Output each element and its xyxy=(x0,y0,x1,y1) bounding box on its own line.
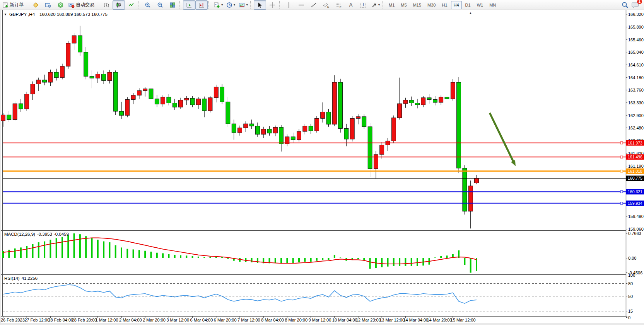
hline-handle[interactable] xyxy=(620,142,623,144)
candlestick-mode-button[interactable] xyxy=(113,0,125,10)
hline-price-label: 161.973 xyxy=(628,141,642,145)
candle-body xyxy=(380,145,384,155)
candle-body xyxy=(398,104,402,118)
text-label-tool-button[interactable]: T xyxy=(357,0,369,10)
main-toolbar: 新订单 自动交易 ▾ ▾ ▾ E F A T ▾ M1M5M15M30H1H4D… xyxy=(0,0,644,10)
hline-handle[interactable] xyxy=(620,170,623,172)
timeframe-button-h1[interactable]: H1 xyxy=(439,1,450,9)
candle-body xyxy=(208,98,212,111)
arrows-dropdown-caret-icon[interactable]: ▾ xyxy=(378,3,380,7)
macd-histogram-bar xyxy=(310,258,312,262)
text-tool-button[interactable]: A xyxy=(345,0,357,10)
equidistant-channel-tool-button[interactable]: E xyxy=(320,0,332,10)
candle-body xyxy=(43,80,47,82)
hline-handle[interactable] xyxy=(620,202,623,204)
candle-body xyxy=(179,100,183,107)
tile-windows-button[interactable] xyxy=(166,0,179,10)
macd-histogram-bar xyxy=(162,253,164,258)
timeframe-button-m15[interactable]: M15 xyxy=(410,1,424,9)
timeframe-button-h4[interactable]: H4 xyxy=(451,1,462,9)
candle-body xyxy=(297,131,301,140)
candle-body xyxy=(356,117,360,119)
candle-body xyxy=(13,104,17,119)
periods-dropdown-caret-icon[interactable]: ▾ xyxy=(234,3,236,7)
timeframe-button-d1[interactable]: D1 xyxy=(463,1,473,9)
candle-body xyxy=(415,103,420,105)
candle-body xyxy=(184,98,189,100)
price-tick-label: 163.330 xyxy=(628,100,644,105)
timeframe-button-m1[interactable]: M1 xyxy=(386,1,397,9)
timeframe-button-m5[interactable]: M5 xyxy=(398,1,409,9)
line-chart-mode-button[interactable] xyxy=(125,0,137,10)
price-tick-label: 165.890 xyxy=(628,25,644,29)
macd-histogram-bar xyxy=(304,258,306,262)
rsi-scale-label: 0 xyxy=(628,315,630,320)
macd-histogram-bar xyxy=(174,255,176,258)
macd-histogram-bar xyxy=(405,258,406,266)
notifications-button[interactable]: 1 xyxy=(632,2,639,9)
navigator-button[interactable] xyxy=(54,0,67,10)
date-tick-label: 2 Mar 20:00 xyxy=(143,318,166,322)
trendline-tool-button[interactable] xyxy=(307,0,320,10)
market-watch-button[interactable] xyxy=(29,0,42,10)
autotrading-button[interactable]: 自动交易 xyxy=(67,0,96,10)
chart-background xyxy=(1,10,644,323)
candle-body xyxy=(72,36,76,43)
search-icon[interactable] xyxy=(622,2,629,9)
candle-body xyxy=(84,52,88,77)
indicators-dropdown-caret-icon[interactable]: ▾ xyxy=(221,3,223,7)
macd-histogram-bar xyxy=(257,258,258,263)
date-tick-label: 27 Feb 12:00 xyxy=(24,318,50,322)
new-order-button[interactable]: 新订单 xyxy=(1,0,25,10)
candle-body xyxy=(54,72,58,78)
hline-handle[interactable] xyxy=(620,156,623,158)
svg-text:E: E xyxy=(327,5,329,8)
market-watch-icon xyxy=(32,2,39,8)
rsi-scale-label: 100 xyxy=(628,273,635,277)
macd-histogram-bar xyxy=(203,257,205,258)
periods-button[interactable]: ▾ xyxy=(225,0,237,10)
macd-histogram-bar xyxy=(399,258,400,266)
chart-shift-button[interactable] xyxy=(195,0,208,10)
data-window-button[interactable] xyxy=(42,0,54,10)
zoom-in-button[interactable] xyxy=(142,0,154,10)
price-tick-label: 161.190 xyxy=(628,164,644,168)
chart-canvas[interactable]: 166.320165.890165.460165.040164.610164.1… xyxy=(0,0,644,325)
arrows-tool-button[interactable]: ▾ xyxy=(369,0,382,10)
candle-body xyxy=(291,137,295,140)
macd-histogram-bar xyxy=(239,258,241,262)
bar-chart-mode-button[interactable] xyxy=(100,0,113,10)
candle-body xyxy=(173,103,177,107)
price-tick-label: 163.760 xyxy=(628,88,644,92)
auto-scroll-icon xyxy=(186,2,192,8)
symbol-dropdown-icon[interactable]: ▼ xyxy=(4,13,7,16)
macd-histogram-bar xyxy=(381,258,383,267)
hline-handle[interactable] xyxy=(620,191,623,193)
date-tick-label: 9 Mar 12:00 xyxy=(309,318,331,322)
crosshair-tool-button[interactable] xyxy=(266,0,278,10)
timeframe-button-mn[interactable]: MN xyxy=(487,1,499,9)
timeframe-button-w1[interactable]: W1 xyxy=(474,1,486,9)
templates-button[interactable]: ▾ xyxy=(237,0,250,10)
indicators-icon xyxy=(214,2,220,8)
templates-dropdown-caret-icon[interactable]: ▾ xyxy=(246,3,248,7)
autotrading-icon xyxy=(68,2,75,8)
indicators-button[interactable]: ▾ xyxy=(212,0,225,10)
cursor-tool-button[interactable] xyxy=(254,0,266,10)
horizontal-line-tool-button[interactable] xyxy=(295,0,307,10)
vertical-line-tool-button[interactable] xyxy=(283,0,295,10)
svg-text:F: F xyxy=(340,5,342,8)
zoom-out-button[interactable] xyxy=(154,0,166,10)
macd-histogram-bar xyxy=(316,258,318,261)
candle-body xyxy=(463,168,467,211)
chart-shift-marker-icon[interactable]: ▲ xyxy=(469,11,472,15)
candle-body xyxy=(238,128,242,133)
fibonacci-tool-button[interactable]: F xyxy=(332,0,345,10)
candle-body xyxy=(391,118,396,141)
macd-histogram-bar xyxy=(393,258,395,266)
auto-scroll-button[interactable] xyxy=(183,0,195,10)
text-label-icon: T xyxy=(360,2,366,8)
candle-body xyxy=(31,84,35,94)
date-tick-label: 15 Mar 12:00 xyxy=(451,318,476,322)
timeframe-button-m30[interactable]: M30 xyxy=(425,1,438,9)
